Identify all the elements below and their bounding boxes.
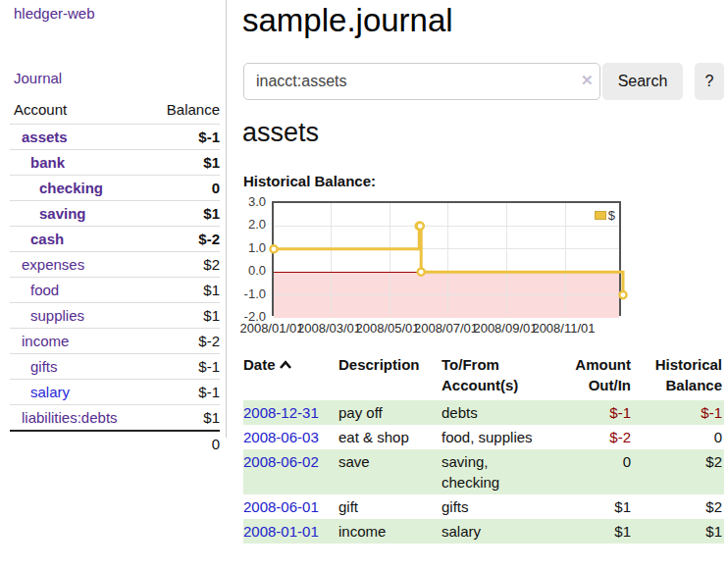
transaction-date-link[interactable]: 2008-12-31 (243, 404, 319, 421)
register-row: 2008-06-03 eat & shop food, supplies $-2… (243, 425, 724, 449)
account-link-bank[interactable]: bank (30, 154, 65, 171)
transaction-amount: 0 (549, 449, 633, 494)
y-axis-tick-label: 0.0 (239, 263, 266, 278)
transaction-accounts: gifts (442, 494, 549, 519)
account-link-cash[interactable]: cash (30, 231, 64, 247)
data-point-marker (417, 223, 424, 230)
account-link-assets[interactable]: assets (22, 129, 68, 145)
account-row-expenses: expenses $2 (10, 252, 220, 278)
register-header-amount: Amount Out/In (549, 352, 633, 400)
register-row: 2008-06-02 save saving, checking 0 $2 (243, 449, 724, 494)
accounts-balance-table: Account Balance assets $-1 bank $1 check… (10, 99, 220, 456)
account-link-income[interactable]: income (22, 333, 69, 349)
account-link-liabilities-debts[interactable]: liabilities:debts (22, 409, 118, 426)
account-row-bank: bank $1 (10, 150, 220, 176)
transaction-amount: $1 (549, 494, 633, 519)
app-title-link[interactable]: hledger-web (14, 5, 95, 22)
transaction-description: eat & shop (338, 425, 442, 449)
account-link-checking[interactable]: checking (39, 180, 103, 196)
transaction-description: gift (338, 494, 442, 519)
transaction-date-link[interactable]: 2008-06-01 (243, 498, 319, 515)
account-link-supplies[interactable]: supplies (30, 307, 84, 324)
transaction-balance: $-1 (633, 400, 724, 425)
balance-step-line (274, 203, 623, 318)
account-row-saving: saving $1 (10, 201, 220, 227)
register-row: 2008-12-31 pay off debts $-1 $-1 (243, 400, 724, 425)
data-point-marker (619, 291, 626, 298)
account-link-saving[interactable]: saving (39, 205, 86, 222)
account-row-salary: salary $-1 (10, 380, 220, 405)
account-row-food: food $1 (10, 278, 220, 303)
register-header-date[interactable]: Date (243, 352, 338, 400)
chart-title: Historical Balance: (243, 173, 376, 189)
transaction-accounts: salary (442, 519, 549, 544)
account-balance: $-2 (150, 227, 220, 252)
account-link-gifts[interactable]: gifts (30, 358, 58, 375)
y-axis-tick-label: -1.0 (239, 286, 266, 301)
transaction-description: save (338, 449, 442, 494)
account-row-liabilities-debts: liabilities:debts $1 (10, 405, 220, 432)
y-axis-tick-label: 1.0 (239, 240, 266, 255)
register-row: 2008-01-01 income salary $1 $1 (243, 519, 724, 544)
transaction-balance: $1 (633, 519, 724, 544)
account-balance: $1 (150, 278, 220, 303)
search-button[interactable]: Search (602, 63, 683, 100)
data-point-marker (418, 269, 425, 276)
chart-plot-area: $ (272, 201, 621, 316)
transaction-description: income (338, 519, 442, 544)
account-row-checking: checking 0 (10, 176, 220, 201)
account-balance: $-1 (150, 354, 220, 380)
transaction-balance: 0 (633, 425, 724, 449)
transaction-date-link[interactable]: 2008-06-02 (243, 453, 319, 470)
account-balance: $1 (150, 150, 220, 176)
accounts-header-account: Account (10, 99, 150, 125)
sidebar: hledger-web Journal Account Balance asse… (0, 0, 227, 438)
data-point-marker (270, 245, 277, 252)
help-button[interactable]: ? (695, 63, 724, 100)
account-balance: $2 (150, 252, 220, 278)
sort-ascending-icon (279, 360, 292, 370)
register-header-row: Date Description To/From Account(s) Amou… (243, 352, 724, 400)
accounts-total-row: 0 (10, 431, 220, 456)
account-row-assets: assets $-1 (10, 125, 220, 150)
transaction-balance: $2 (633, 449, 724, 494)
account-link-salary[interactable]: salary (30, 384, 70, 400)
page-title: sample.journal (242, 2, 453, 39)
transaction-balance: $2 (633, 494, 724, 519)
account-balance: $-1 (150, 380, 220, 405)
account-row-income: income $-2 (10, 329, 220, 354)
account-balance: $1 (150, 303, 220, 329)
account-row-cash: cash $-2 (10, 227, 220, 252)
transaction-date-link[interactable]: 2008-01-01 (243, 523, 319, 540)
account-link-food[interactable]: food (30, 282, 59, 298)
account-heading: assets (242, 118, 319, 148)
search-input[interactable] (243, 63, 600, 100)
transaction-date-link[interactable]: 2008-06-03 (243, 429, 319, 445)
clear-search-icon[interactable]: ✕ (581, 72, 594, 89)
transaction-amount: $-2 (549, 425, 633, 449)
account-row-supplies: supplies $1 (10, 303, 220, 329)
account-row-gifts: gifts $-1 (10, 354, 220, 380)
register-header-description: Description (338, 352, 442, 400)
account-balance: $1 (150, 201, 220, 227)
date-header-label: Date (243, 356, 276, 373)
transaction-accounts: food, supplies (442, 425, 549, 449)
transaction-amount: $1 (549, 519, 633, 544)
y-axis-tick-label: 2.0 (239, 217, 266, 232)
historical-balance-chart: 3.02.01.00.0-1.0-2.0 $ 2008/01/012008/03… (241, 201, 630, 340)
account-balance: $-1 (150, 125, 220, 150)
transaction-description: pay off (338, 400, 442, 425)
register-row: 2008-06-01 gift gifts $1 $2 (243, 494, 724, 519)
accounts-header-balance: Balance (150, 99, 220, 125)
accounts-total-balance: 0 (150, 431, 220, 456)
account-balance: $1 (150, 405, 220, 432)
register-header-balance: Historical Balance (633, 352, 724, 400)
y-axis-tick-label: 3.0 (239, 194, 266, 209)
account-balance: $-2 (150, 329, 220, 354)
account-link-expenses[interactable]: expenses (22, 256, 84, 273)
transaction-accounts: debts (442, 400, 549, 425)
sidebar-item-journal[interactable]: Journal (14, 70, 62, 86)
chart-y-axis: 3.02.01.00.0-1.0-2.0 (241, 201, 268, 320)
account-balance: 0 (150, 176, 220, 201)
register-table: Date Description To/From Account(s) Amou… (243, 352, 724, 544)
